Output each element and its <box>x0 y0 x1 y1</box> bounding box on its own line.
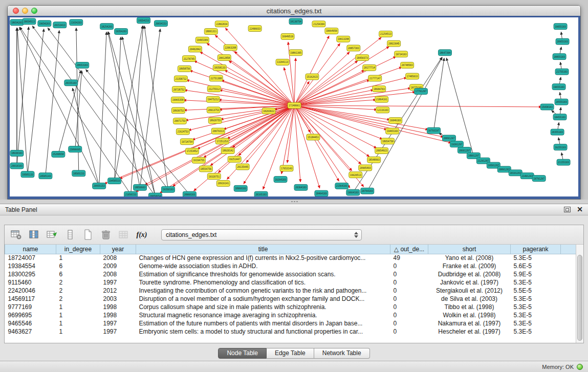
graph-node[interactable]: 18554756 <box>199 166 212 172</box>
graph-node[interactable]: 18464103 <box>315 190 328 196</box>
table-cell[interactable]: Corpus callosum shape and size in male p… <box>136 303 390 311</box>
graph-node[interactable]: 17240661 <box>288 102 301 108</box>
graph-node[interactable]: 13204113 <box>276 59 289 65</box>
tab-network-table[interactable]: Network Table <box>314 348 370 359</box>
table-cell[interactable]: 1 <box>56 319 100 327</box>
citation-edge[interactable] <box>294 105 320 188</box>
graph-node[interactable]: 19450533 <box>108 178 121 184</box>
table-row[interactable]: 1830029562008Estimation of significance … <box>5 270 576 278</box>
graph-node[interactable]: 21491297 <box>520 173 534 179</box>
graph-node[interactable]: 20823045 <box>387 40 401 47</box>
citation-edge[interactable] <box>140 29 161 188</box>
table-settings-icon[interactable] <box>10 228 23 242</box>
citation-edge[interactable] <box>294 37 381 105</box>
graph-node[interactable]: 20079313 <box>211 128 225 134</box>
import-table-icon[interactable] <box>117 228 130 242</box>
citation-edge[interactable] <box>294 105 444 137</box>
table-cell[interactable]: 2003 <box>100 295 136 303</box>
graph-node[interactable]: 18684703 <box>373 86 386 92</box>
table-row[interactable]: 1872400712008Changes of HCN gene express… <box>5 254 576 262</box>
citation-edge[interactable] <box>434 58 444 131</box>
table-cell[interactable]: 5.9E-5 <box>511 270 561 278</box>
graph-node[interactable]: 22751308 <box>209 75 223 81</box>
graph-node[interactable]: 19350103 <box>161 186 175 192</box>
table-cell[interactable]: Yano et al. (2008) <box>428 254 511 262</box>
graph-node[interactable]: 20764103 <box>361 188 374 194</box>
table-cell[interactable]: de Silva et al. (2003) <box>428 295 511 303</box>
graph-node[interactable]: 20691297 <box>458 147 471 154</box>
window-titlebar[interactable]: citations_edges.txt <box>8 6 580 16</box>
graph-node[interactable]: 19554153 <box>137 17 150 24</box>
citation-edge[interactable] <box>294 105 369 157</box>
graph-node[interactable]: 18548993 <box>367 157 381 163</box>
graph-node[interactable]: 19861305 <box>289 50 302 56</box>
graph-node[interactable]: 15184451 <box>307 134 320 140</box>
column-header[interactable]: year <box>100 245 136 254</box>
table-cell[interactable]: 2008 <box>100 270 136 278</box>
graph-node[interactable]: 20402842 <box>188 46 202 52</box>
graph-node[interactable]: 25260650 <box>52 151 65 158</box>
graph-node[interactable]: 21358712 <box>174 76 187 82</box>
table-cell[interactable]: Tourette syndrome. Phenomenology and cla… <box>136 278 390 287</box>
graph-node[interactable]: 20960103 <box>183 191 196 196</box>
table-cell[interactable]: 19384554 <box>5 262 56 270</box>
show-columns-icon[interactable] <box>28 228 41 242</box>
graph-node[interactable]: 18958756 <box>178 65 191 72</box>
graph-node[interactable]: 19965358 <box>171 97 184 103</box>
table-cell[interactable]: 0 <box>390 319 428 327</box>
table-cell[interactable]: Investigating the contribution of common… <box>136 287 390 295</box>
table-cell[interactable]: 6 <box>56 270 100 278</box>
graph-node[interactable]: 15162615 <box>306 74 319 80</box>
citation-edge[interactable] <box>294 61 358 105</box>
column-header[interactable]: pagerank <box>511 245 561 254</box>
graph-node[interactable]: 21654203 <box>70 19 83 26</box>
graph-node[interactable]: 21564103 <box>335 183 349 189</box>
citation-edge[interactable] <box>173 105 294 186</box>
table-cell[interactable]: Stergiakouli et al. (2012) <box>428 287 511 295</box>
table-cell[interactable]: 1997 <box>100 278 136 287</box>
citation-edge[interactable] <box>225 70 294 105</box>
column-header[interactable]: title <box>136 245 390 254</box>
citation-edge[interactable] <box>115 37 121 181</box>
graph-node[interactable]: 19251447 <box>228 156 241 162</box>
table-cell[interactable]: Jankovic et al. (1997) <box>428 278 511 287</box>
zoom-button[interactable] <box>31 8 37 14</box>
graph-node[interactable]: 16194755 <box>192 157 205 163</box>
table-cell[interactable]: Structural magnetic resonance image aver… <box>136 311 390 319</box>
graph-node[interactable]: 15958103 <box>540 104 554 110</box>
citation-edge[interactable] <box>108 32 140 187</box>
graph-node[interactable]: 22063208 <box>224 45 237 51</box>
citation-edge[interactable] <box>294 105 541 107</box>
graph-node[interactable]: 19655103 <box>552 84 565 90</box>
table-cell[interactable]: 1 <box>56 327 100 336</box>
table-row[interactable]: 1938455462009Genome-wide association stu… <box>5 262 576 270</box>
close-button[interactable] <box>13 8 19 14</box>
graph-node[interactable]: 21777147 <box>368 75 382 81</box>
citation-edge[interactable] <box>207 43 294 105</box>
network-table-selector[interactable]: citations_edges.txt <box>161 229 362 240</box>
graph-node[interactable]: 19613298 <box>337 36 350 42</box>
table-cell[interactable]: 18300295 <box>5 270 56 278</box>
table-cell[interactable]: Hescheler et al. (1997) <box>428 327 511 336</box>
graph-node[interactable]: 19465309 <box>195 37 209 43</box>
table-cell[interactable]: 9699695 <box>5 311 56 319</box>
graph-node[interactable]: 18450373 <box>356 55 369 61</box>
table-cell[interactable]: 0 <box>390 327 428 336</box>
citation-edge[interactable] <box>131 26 143 194</box>
graph-node[interactable]: 19505133 <box>21 171 34 178</box>
table-cell[interactable]: 49 <box>390 254 428 262</box>
graph-node[interactable]: 18130754 <box>289 18 302 25</box>
graph-node[interactable]: 20177714 <box>363 64 376 71</box>
citation-edge[interactable] <box>115 26 143 181</box>
graph-node[interactable]: 20153413 <box>53 22 67 28</box>
graph-node[interactable]: 18358133 <box>213 64 226 71</box>
table-row[interactable]: 2242004622012Investigating the contribut… <box>5 287 576 295</box>
table-cell[interactable]: Tibbo et al. (1998) <box>428 303 511 311</box>
graph-node[interactable]: 19654203 <box>38 20 51 27</box>
citation-edge[interactable] <box>294 105 390 120</box>
graph-node[interactable]: 17251253 <box>215 138 229 144</box>
graph-node[interactable]: 20955103 <box>556 38 569 45</box>
table-row[interactable]: 977716911998Corpus callosum shape and si… <box>5 303 576 311</box>
graph-node[interactable]: 20071753 <box>173 118 186 124</box>
graph-node[interactable]: 21254304 <box>312 21 325 27</box>
